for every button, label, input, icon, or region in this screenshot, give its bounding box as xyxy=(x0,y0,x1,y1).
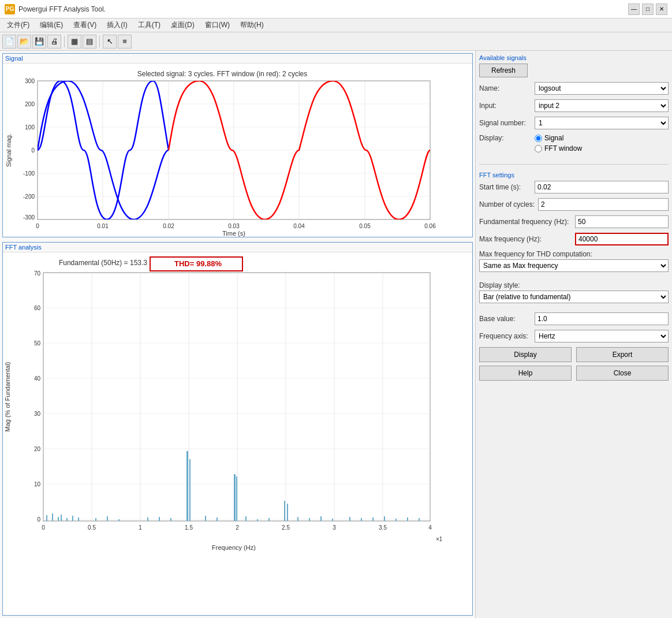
svg-text:0: 0 xyxy=(36,223,39,229)
export-button[interactable]: Export xyxy=(576,347,669,362)
max-freq-input[interactable] xyxy=(575,233,669,245)
svg-rect-69 xyxy=(46,515,47,521)
signal-number-row: Signal number: 1 xyxy=(479,117,669,129)
base-value-input[interactable] xyxy=(535,312,669,325)
menu-help[interactable]: 帮助(H) xyxy=(236,19,268,31)
minimize-btn[interactable]: — xyxy=(628,3,640,15)
radio-signal-label: Signal xyxy=(544,134,563,142)
svg-rect-91 xyxy=(257,519,258,521)
help-close-buttons-row: Help Close xyxy=(479,366,669,381)
name-select[interactable]: logsout xyxy=(535,82,669,95)
svg-rect-93 xyxy=(297,517,298,521)
toolbar-toggle1[interactable]: ▦ xyxy=(68,35,81,49)
svg-text:1: 1 xyxy=(139,524,142,531)
toolbar-new[interactable]: 📄 xyxy=(2,35,16,49)
svg-text:0: 0 xyxy=(42,524,45,531)
display-style-group: Display style: Bar (relative to fundamen… xyxy=(479,281,669,308)
svg-rect-84 xyxy=(118,519,120,521)
fft-thd-text: THD= 99.88% xyxy=(174,259,222,268)
input-label: Input: xyxy=(479,102,531,110)
svg-rect-83 xyxy=(107,516,108,521)
signal-chart: Selected signal: 3 cycles. FFT window (i… xyxy=(3,64,442,237)
name-row: Name: logsout xyxy=(479,82,669,95)
svg-rect-101 xyxy=(395,519,397,521)
svg-rect-78 xyxy=(234,474,236,521)
display-radio-group: Signal FFT window xyxy=(535,134,582,152)
svg-rect-87 xyxy=(170,518,171,521)
restore-btn[interactable]: □ xyxy=(642,3,654,15)
input-select[interactable]: input 2 xyxy=(535,99,669,112)
refresh-button[interactable]: Refresh xyxy=(479,64,528,77)
signal-chart-area: Selected signal: 3 cycles. FFT window (i… xyxy=(3,64,472,237)
num-cycles-input[interactable] xyxy=(538,198,669,211)
toolbar-save[interactable]: 💾 xyxy=(32,35,46,49)
display-style-label: Display style: xyxy=(479,281,669,289)
max-freq-thd-select[interactable]: Same as Max frequency xyxy=(479,259,669,272)
fft-fundamental-text: Fundamental (50Hz) = 153.3 xyxy=(59,259,147,267)
svg-text:0.02: 0.02 xyxy=(163,223,174,229)
svg-text:200: 200 xyxy=(25,101,35,107)
toolbar-open[interactable]: 📂 xyxy=(17,35,31,49)
menu-window[interactable]: 窗口(W) xyxy=(200,19,234,31)
svg-text:4: 4 xyxy=(428,524,432,531)
svg-rect-71 xyxy=(58,517,59,521)
svg-text:3: 3 xyxy=(333,524,336,531)
signal-number-select[interactable]: 1 xyxy=(535,117,669,129)
svg-rect-86 xyxy=(159,517,160,521)
svg-rect-100 xyxy=(384,516,385,521)
start-time-input[interactable] xyxy=(535,181,669,193)
radio-fft-window[interactable]: FFT window xyxy=(535,144,582,152)
fund-freq-label: Fundamental frequency (Hz): xyxy=(479,218,572,226)
num-cycles-row: Number of cycles: xyxy=(479,198,669,211)
svg-text:40: 40 xyxy=(34,375,41,382)
svg-text:1.5: 1.5 xyxy=(185,524,193,531)
svg-text:50: 50 xyxy=(34,340,41,347)
menu-view[interactable]: 查看(V) xyxy=(69,19,101,31)
svg-text:Mag (% of Fundamental): Mag (% of Fundamental) xyxy=(4,362,11,431)
action-buttons-row: Display Export xyxy=(479,347,669,362)
display-style-select[interactable]: Bar (relative to fundamental) xyxy=(479,291,669,303)
close-button[interactable]: Close xyxy=(576,366,669,381)
menu-insert[interactable]: 插入(I) xyxy=(102,19,132,31)
available-signals-section: Available signals Refresh Name: logsout … xyxy=(479,54,669,157)
base-value-row: Base value: xyxy=(479,312,669,325)
start-time-row: Start time (s): xyxy=(479,181,669,193)
svg-text:-200: -200 xyxy=(23,193,35,200)
fft-section-label: FFT analysis xyxy=(3,243,472,252)
available-signals-label: Available signals xyxy=(479,54,669,61)
svg-rect-96 xyxy=(332,519,333,521)
svg-text:0: 0 xyxy=(37,516,40,523)
svg-text:0.06: 0.06 xyxy=(424,223,436,229)
svg-text:-100: -100 xyxy=(23,170,35,177)
svg-rect-99 xyxy=(372,518,374,521)
svg-text:0.04: 0.04 xyxy=(293,223,305,229)
display-button[interactable]: Display xyxy=(479,347,572,362)
svg-text:0.03: 0.03 xyxy=(228,223,240,229)
radio-signal[interactable]: Signal xyxy=(535,134,582,142)
svg-rect-92 xyxy=(268,518,270,521)
svg-rect-80 xyxy=(284,501,285,521)
fund-freq-input[interactable] xyxy=(575,215,669,228)
toolbar-toggle2[interactable]: ▤ xyxy=(83,35,96,49)
menu-edit[interactable]: 编辑(E) xyxy=(35,19,68,31)
svg-text:Frequency (Hz): Frequency (Hz) xyxy=(212,544,256,551)
toolbar-cursor[interactable]: ↖ xyxy=(103,35,117,49)
left-panel: Signal Selected signal: 3 cycles. FFT wi… xyxy=(0,51,476,618)
menu-file[interactable]: 文件(F) xyxy=(2,19,34,31)
fft-section: FFT analysis Fundamental (50Hz) = 153.3 … xyxy=(2,242,473,616)
svg-text:×10⁴: ×10⁴ xyxy=(436,536,442,542)
toolbar-pan[interactable]: ≡ xyxy=(118,35,132,49)
toolbar-sep2 xyxy=(99,36,100,47)
freq-axis-select[interactable]: Hertz xyxy=(535,330,669,342)
signal-section: Signal Selected signal: 3 cycles. FFT wi… xyxy=(2,53,473,237)
divider-1 xyxy=(479,164,669,165)
toolbar-print[interactable]: 🖨 xyxy=(47,35,61,49)
help-button[interactable]: Help xyxy=(479,366,572,381)
close-btn-window[interactable]: ✕ xyxy=(656,3,667,15)
max-freq-label: Max frequency (Hz): xyxy=(479,235,572,243)
menu-tools[interactable]: 工具(T) xyxy=(133,19,165,31)
main-content: Signal Selected signal: 3 cycles. FFT wi… xyxy=(0,51,672,618)
menu-desktop[interactable]: 桌面(D) xyxy=(166,19,199,31)
fft-chart: Fundamental (50Hz) = 153.3 THD= 99.88% xyxy=(3,252,442,553)
fund-freq-row: Fundamental frequency (Hz): xyxy=(479,215,669,228)
